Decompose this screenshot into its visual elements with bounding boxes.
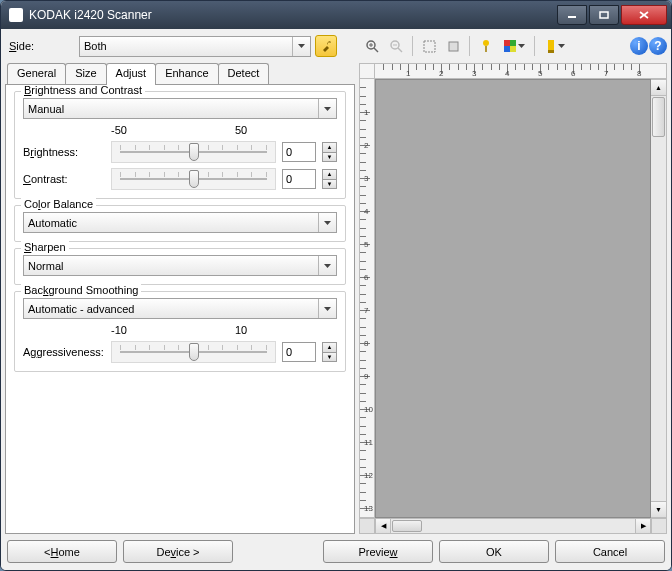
side-combo[interactable]: Both xyxy=(79,36,311,57)
titlebar: KODAK i2420 Scanner xyxy=(1,1,671,29)
aggressiveness-slider[interactable] xyxy=(111,341,276,363)
svg-marker-4 xyxy=(298,44,305,48)
highlight-icon xyxy=(546,40,556,53)
scanner-dialog: KODAK i2420 Scanner Side: Both xyxy=(0,0,672,571)
color-balance-combo[interactable]: Automatic xyxy=(23,212,337,233)
maximize-button[interactable] xyxy=(589,5,619,25)
ruler-vertical: 12345678910111213 xyxy=(359,79,375,518)
svg-line-10 xyxy=(398,48,402,52)
pin-icon xyxy=(480,39,492,53)
preview-canvas[interactable] xyxy=(375,79,651,518)
bc-range-labels: -5050 xyxy=(23,124,337,136)
preview-toolbar xyxy=(361,35,570,57)
brightness-label: Brightness: xyxy=(23,146,105,158)
svg-marker-23 xyxy=(558,44,565,48)
scroll-thumb[interactable] xyxy=(652,97,665,137)
color-balance-value: Automatic xyxy=(28,217,77,229)
sharpen-value: Normal xyxy=(28,260,63,272)
select-button[interactable] xyxy=(442,35,464,57)
middle-row: General Size Adjust Enhance Detect Brigh… xyxy=(5,63,667,534)
tab-adjust[interactable]: Adjust xyxy=(106,63,157,85)
client-area: Side: Both i xyxy=(1,29,671,570)
brightness-value[interactable]: 0 xyxy=(282,142,316,162)
aggressiveness-value[interactable]: 0 xyxy=(282,342,316,362)
ruler-corner xyxy=(359,63,375,79)
info-button[interactable]: i xyxy=(630,37,648,55)
side-value: Both xyxy=(84,40,107,52)
chevron-down-icon xyxy=(318,99,336,118)
pin-button[interactable] xyxy=(475,35,497,57)
chevron-down-icon xyxy=(318,256,336,275)
side-label: Side: xyxy=(5,40,75,52)
minimize-button[interactable] xyxy=(557,5,587,25)
region-icon xyxy=(423,40,436,53)
zoom-out-button[interactable] xyxy=(385,35,407,57)
brightness-slider[interactable] xyxy=(111,141,276,163)
svg-rect-21 xyxy=(548,40,554,50)
scroll-grip xyxy=(651,518,667,534)
sharpen-combo[interactable]: Normal xyxy=(23,255,337,276)
svg-rect-18 xyxy=(504,46,510,52)
contrast-label: Contrast: xyxy=(23,173,105,185)
cancel-button[interactable]: Cancel xyxy=(555,540,665,563)
svg-marker-20 xyxy=(518,44,525,48)
svg-marker-26 xyxy=(324,264,331,268)
horizontal-scrollbar[interactable]: ◀ ▶ xyxy=(359,518,667,534)
group-title: Color Balance xyxy=(21,198,96,210)
contrast-value[interactable]: 0 xyxy=(282,169,316,189)
chevron-down-icon xyxy=(318,299,336,318)
tab-enhance[interactable]: Enhance xyxy=(155,63,218,85)
bg-mode-combo[interactable]: Automatic - advanced xyxy=(23,298,337,319)
ok-button[interactable]: OK xyxy=(439,540,549,563)
bc-mode-value: Manual xyxy=(28,103,64,115)
svg-line-6 xyxy=(374,48,378,52)
svg-rect-1 xyxy=(600,12,608,18)
vertical-scrollbar[interactable]: ▲ ▼ xyxy=(651,79,667,518)
tab-detect[interactable]: Detect xyxy=(218,63,270,85)
tab-size[interactable]: Size xyxy=(65,63,106,85)
scroll-up-button[interactable]: ▲ xyxy=(651,80,666,96)
svg-rect-13 xyxy=(449,42,458,51)
svg-marker-24 xyxy=(324,107,331,111)
bc-mode-combo[interactable]: Manual xyxy=(23,98,337,119)
preview-button[interactable]: Preview xyxy=(323,540,433,563)
scroll-right-button[interactable]: ▶ xyxy=(635,518,651,534)
zoom-out-icon xyxy=(389,39,403,53)
contrast-spinner[interactable]: ▲▼ xyxy=(322,169,337,189)
brightness-spinner[interactable]: ▲▼ xyxy=(322,142,337,162)
contrast-slider[interactable] xyxy=(111,168,276,190)
wrench-icon xyxy=(320,40,333,53)
app-icon xyxy=(9,8,23,22)
scroll-left-button[interactable]: ◀ xyxy=(375,518,391,534)
svg-rect-19 xyxy=(510,46,516,52)
svg-rect-16 xyxy=(504,40,510,46)
svg-rect-12 xyxy=(424,41,435,52)
group-background-smoothing: Background Smoothing Automatic - advance… xyxy=(14,291,346,372)
chevron-down-icon xyxy=(318,213,336,232)
scroll-down-button[interactable]: ▼ xyxy=(651,501,666,517)
color-icon xyxy=(504,40,516,52)
window-title: KODAK i2420 Scanner xyxy=(29,8,549,22)
region-button[interactable] xyxy=(418,35,440,57)
button-row: < Home Device > Preview OK Cancel xyxy=(5,538,667,566)
aggressiveness-spinner[interactable]: ▲▼ xyxy=(322,342,337,362)
preview-panel: 12345678 12345678910111213 ▲ ▼ xyxy=(359,63,667,534)
tab-adjust-body: Brightness and Contrast Manual -5050 Bri… xyxy=(5,84,355,534)
settings-tab-panel: General Size Adjust Enhance Detect Brigh… xyxy=(5,63,355,534)
ruler-bottom-corner xyxy=(359,518,375,534)
settings-button[interactable] xyxy=(315,35,337,57)
group-color-balance: Color Balance Automatic xyxy=(14,205,346,242)
scroll-thumb[interactable] xyxy=(392,520,422,532)
tab-general[interactable]: General xyxy=(7,63,66,85)
device-button[interactable]: Device > xyxy=(123,540,233,563)
help-button[interactable]: ? xyxy=(649,37,667,55)
group-brightness-contrast: Brightness and Contrast Manual -5050 Bri… xyxy=(14,91,346,199)
color-dropdown-button[interactable] xyxy=(499,35,529,57)
home-button[interactable]: < Home xyxy=(7,540,117,563)
zoom-in-button[interactable] xyxy=(361,35,383,57)
aggressiveness-label: Aggressiveness: xyxy=(23,346,105,358)
close-button[interactable] xyxy=(621,5,667,25)
svg-marker-27 xyxy=(324,307,331,311)
group-title: Sharpen xyxy=(21,241,69,253)
highlight-dropdown-button[interactable] xyxy=(540,35,570,57)
